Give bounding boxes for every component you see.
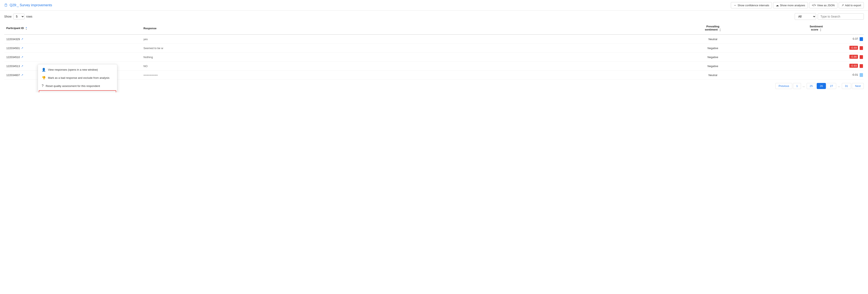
participant-link-icon[interactable]: ↗ xyxy=(21,38,23,41)
page-title: 🗒 Q29:_ Survey improvements xyxy=(4,3,52,7)
score-bar xyxy=(860,46,863,50)
participant-id: 122034510 xyxy=(6,56,20,59)
view-as-json-button[interactable]: </> View as JSON xyxy=(809,2,837,8)
participant-link-icon[interactable]: ↗ xyxy=(21,47,23,49)
toolbar: Show 5 10 25 50 rows All Positive Negati… xyxy=(0,11,868,22)
ellipsis-2: ... xyxy=(837,83,841,89)
next-button[interactable]: Next xyxy=(852,83,864,89)
score-value: -0.01 xyxy=(852,73,858,76)
col-prevailing-label: Prevailingsentiment xyxy=(705,25,719,31)
score-cell: 0.37 xyxy=(769,34,864,44)
response-cell: ========= xyxy=(141,71,657,80)
search-controls: All Positive Negative Neutral xyxy=(795,13,864,20)
participant-id-cell: 122034329 ↗ xyxy=(4,34,141,44)
prevailing-sentiment-cell: Neutral xyxy=(657,71,769,80)
col-participant-label: Participant ID xyxy=(6,27,24,30)
page-1-label: 1 xyxy=(796,84,798,87)
add-to-export-button[interactable]: ↗ Add to export xyxy=(839,2,864,8)
score-value: 0.37 xyxy=(853,37,858,40)
show-analyses-label: Show more analyses xyxy=(780,4,805,7)
menu-item-reset-quality[interactable]: ? Reset quality assessment for this resp… xyxy=(38,82,117,90)
page-31-button[interactable]: 31 xyxy=(842,83,851,89)
mark-bad-icon: 👎 xyxy=(42,76,46,80)
participant-link-icon[interactable]: ↗ xyxy=(21,56,23,59)
rows-label: rows xyxy=(26,15,32,18)
score-bar xyxy=(860,64,863,68)
export-icon: ↗ xyxy=(841,4,844,7)
prevailing-sentiment-cell: Negative xyxy=(657,44,769,53)
show-confidence-intervals-button[interactable]: ↔ Show confidence intervals xyxy=(731,2,772,8)
page-31-label: 31 xyxy=(845,84,848,87)
table-row: 122034501 ↗ Seemed to be w Negative -0.6… xyxy=(4,44,864,53)
score-value: -0.86 xyxy=(849,55,858,59)
participant-id: 122034329 xyxy=(6,38,20,41)
score-cell: -0.86 xyxy=(769,53,864,62)
cloud-icon: ☁ xyxy=(776,4,779,7)
previous-button[interactable]: Previous xyxy=(775,83,793,89)
arrows-icon: ↔ xyxy=(734,4,737,7)
col-header-prevailing[interactable]: Prevailingsentiment ▲▼ xyxy=(657,22,769,34)
score-bar xyxy=(860,37,863,41)
sort-arrows-prevailing: ▲▼ xyxy=(719,28,721,32)
table-row: 122034513 ↗ NO Negative -0.93 xyxy=(4,62,864,71)
sort-arrows-participant: ▲▼ xyxy=(25,27,27,30)
next-label: Next xyxy=(855,84,861,87)
score-cell: -0.69 xyxy=(769,44,864,53)
table-row: 122034607 ↗ ========= Neutral -0.01 xyxy=(4,71,864,80)
table-body: 122034329 ↗ yes Neutral 0.37 122034501 ↗… xyxy=(4,34,864,80)
page-25-button[interactable]: 25 xyxy=(807,83,816,89)
view-json-label: View as JSON xyxy=(817,4,835,7)
col-response-label: Response xyxy=(144,27,156,30)
ellipsis-1: ... xyxy=(802,83,806,89)
rows-control: Show 5 10 25 50 rows xyxy=(4,13,32,20)
menu-item-view-responses[interactable]: 👤 View responses (opens in a new window) xyxy=(38,66,117,74)
add-export-label: Add to export xyxy=(845,4,861,7)
document-icon: 🗒 xyxy=(4,3,8,7)
header-actions: ↔ Show confidence intervals ☁ Show more … xyxy=(731,2,864,8)
participant-id-cell: 122034510 ↗ xyxy=(4,53,141,62)
table-row: 122034510 ↗ Nothing Negative -0.86 xyxy=(4,53,864,62)
prevailing-sentiment-cell: Neutral xyxy=(657,34,769,44)
show-label: Show xyxy=(4,15,11,18)
reset-quality-icon: ? xyxy=(42,84,43,88)
page-25-label: 25 xyxy=(810,84,813,87)
menu-item-mark-bad[interactable]: 👎 Mark as a bad response and exclude fro… xyxy=(38,74,117,82)
rows-per-page-select[interactable]: 5 10 25 50 xyxy=(13,13,25,20)
filter-select[interactable]: All Positive Negative Neutral xyxy=(795,13,816,20)
view-responses-icon: 👤 xyxy=(42,68,46,72)
participant-id: 122034513 xyxy=(6,65,20,68)
page-1-button[interactable]: 1 xyxy=(793,83,801,89)
col-header-response: Response xyxy=(141,22,657,34)
menu-reset-quality-label: Reset quality assessment for this respon… xyxy=(45,84,100,87)
participant-id: 122034501 xyxy=(6,47,20,50)
page-27-label: 27 xyxy=(830,84,833,87)
responses-table: Participant ID ▲▼ Response Prevailingsen… xyxy=(4,22,864,80)
col-header-participant[interactable]: Participant ID ▲▼ xyxy=(4,22,141,34)
participant-link-icon[interactable]: ↗ xyxy=(21,74,23,76)
score-cell: -0.01 xyxy=(769,71,864,80)
search-input[interactable] xyxy=(818,13,864,20)
pagination: Previous 1 ... 25 26 27 ... 31 Next xyxy=(0,80,868,93)
table-row: 122034329 ↗ yes Neutral 0.37 xyxy=(4,34,864,44)
score-value: -0.69 xyxy=(849,46,858,50)
menu-mark-bad-label: Mark as a bad response and exclude from … xyxy=(48,76,109,79)
participant-id: 122034607 xyxy=(6,74,20,77)
previous-label: Previous xyxy=(779,84,789,87)
show-ci-label: Show confidence intervals xyxy=(738,4,769,7)
table-header-row: Participant ID ▲▼ Response Prevailingsen… xyxy=(4,22,864,34)
page-26-label: 26 xyxy=(820,84,823,87)
page-26-button[interactable]: 26 xyxy=(817,83,826,89)
response-cell: NO xyxy=(141,62,657,71)
page-27-button[interactable]: 27 xyxy=(827,83,836,89)
response-cell: yes xyxy=(141,34,657,44)
menu-item-just-exclude[interactable]: ☠ Just exclude from analysis xyxy=(39,90,116,93)
header: 🗒 Q29:_ Survey improvements ↔ Show confi… xyxy=(0,0,868,11)
score-cell: -0.93 xyxy=(769,62,864,71)
response-cell: Nothing xyxy=(141,53,657,62)
score-value: -0.93 xyxy=(849,64,858,68)
prevailing-sentiment-cell: Negative xyxy=(657,62,769,71)
show-more-analyses-button[interactable]: ☁ Show more analyses xyxy=(773,2,808,8)
context-menu: 👤 View responses (opens in a new window)… xyxy=(38,64,117,93)
participant-link-icon[interactable]: ↗ xyxy=(21,65,23,68)
col-header-score[interactable]: Sentimentscore ▲▼ xyxy=(769,22,864,34)
